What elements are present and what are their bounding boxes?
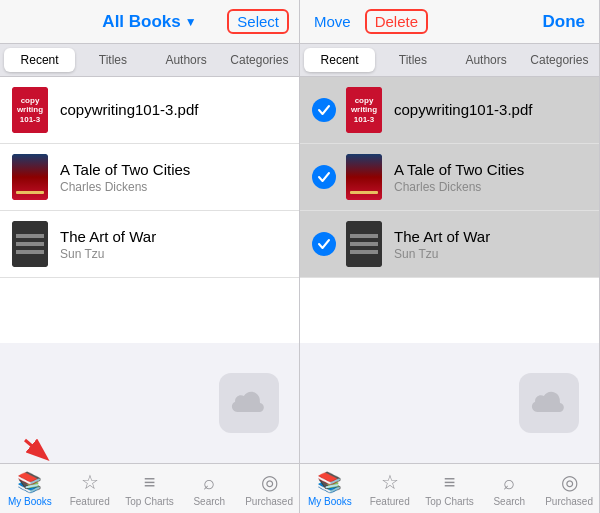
book-info-pdf-left: copywriting101-3.pdf <box>60 101 287 120</box>
tab-bar-search-right[interactable]: ⌕ Search <box>479 471 539 507</box>
tab-categories-right[interactable]: Categories <box>524 48 595 72</box>
featured-label-right: Featured <box>370 496 410 507</box>
book-author-cities-left: Charles Dickens <box>60 180 287 194</box>
book-author-war-left: Sun Tzu <box>60 247 287 261</box>
dropdown-chevron-icon: ▼ <box>185 15 197 29</box>
search-label-left: Search <box>193 496 225 507</box>
right-panel: Move Delete Done Recent Titles Authors C… <box>300 0 600 513</box>
book-title-pdf-right: copywriting101-3.pdf <box>394 101 587 118</box>
book-cover-cities-right <box>346 154 382 200</box>
featured-icon-left: ☆ <box>81 470 99 494</box>
book-item-war-left[interactable]: The Art of War Sun Tzu <box>0 211 299 278</box>
left-tabs: Recent Titles Authors Categories <box>0 44 299 77</box>
tab-bar-featured-right[interactable]: ☆ Featured <box>360 470 420 507</box>
tab-bar-top-charts-right[interactable]: ≡ Top Charts <box>420 471 480 507</box>
tab-bar-featured-left[interactable]: ☆ Featured <box>60 470 120 507</box>
purchased-label-right: Purchased <box>545 496 593 507</box>
icloud-icon-left <box>219 373 279 433</box>
book-author-war-right: Sun Tzu <box>394 247 587 261</box>
book-item-cities-right[interactable]: A Tale of Two Cities Charles Dickens <box>300 144 599 211</box>
check-icon-pdf <box>317 103 331 117</box>
search-icon-right: ⌕ <box>503 471 515 494</box>
book-title-war-left: The Art of War <box>60 228 287 245</box>
book-title-war-right: The Art of War <box>394 228 587 245</box>
left-bottom-area: 📚 My Books ☆ Featured ≡ Top Charts ⌕ Sea… <box>0 463 299 513</box>
tab-recent-right[interactable]: Recent <box>304 48 375 72</box>
book-cover-war-left <box>12 221 48 267</box>
all-books-label: All Books <box>102 12 180 32</box>
book-cover-pdf-left: copywriting101-3 <box>12 87 48 133</box>
book-item-cities-left[interactable]: A Tale of Two Cities Charles Dickens <box>0 144 299 211</box>
book-title-cities-right: A Tale of Two Cities <box>394 161 587 178</box>
book-title-cities-left: A Tale of Two Cities <box>60 161 287 178</box>
red-arrow-icon <box>10 435 70 463</box>
tab-bar-my-books-left[interactable]: 📚 My Books <box>0 470 60 507</box>
tab-authors-right[interactable]: Authors <box>451 48 522 72</box>
tab-titles-left[interactable]: Titles <box>77 48 148 72</box>
my-books-icon-right: 📚 <box>317 470 342 494</box>
tab-bar-top-charts-left[interactable]: ≡ Top Charts <box>120 471 180 507</box>
right-book-list: copywriting101-3 copywriting101-3.pdf A … <box>300 77 599 343</box>
featured-icon-right: ☆ <box>381 470 399 494</box>
book-item-pdf-right[interactable]: copywriting101-3 copywriting101-3.pdf <box>300 77 599 144</box>
purchased-label-left: Purchased <box>245 496 293 507</box>
tab-bar-purchased-right[interactable]: ◎ Purchased <box>539 470 599 507</box>
left-panel: All Books ▼ Select Recent Titles Authors… <box>0 0 300 513</box>
book-cover-war-right <box>346 221 382 267</box>
book-cover-pdf-right: copywriting101-3 <box>346 87 382 133</box>
right-tabs: Recent Titles Authors Categories <box>300 44 599 77</box>
book-cover-cities-left <box>12 154 48 200</box>
purchased-icon-left: ◎ <box>261 470 278 494</box>
left-header: All Books ▼ Select <box>0 0 299 44</box>
check-icon-cities <box>317 170 331 184</box>
book-item-war-right[interactable]: The Art of War Sun Tzu <box>300 211 599 278</box>
my-books-label-right: My Books <box>308 496 352 507</box>
checkmark-cities-right <box>312 165 336 189</box>
tab-bar-search-left[interactable]: ⌕ Search <box>179 471 239 507</box>
check-icon-war <box>317 237 331 251</box>
my-books-icon-left: 📚 <box>17 470 42 494</box>
book-info-war-right: The Art of War Sun Tzu <box>394 228 587 261</box>
tab-bar-purchased-left[interactable]: ◎ Purchased <box>239 470 299 507</box>
book-info-pdf-right: copywriting101-3.pdf <box>394 101 587 120</box>
delete-button[interactable]: Delete <box>365 9 428 34</box>
right-header-left-actions: Move Delete <box>310 9 428 34</box>
move-button[interactable]: Move <box>310 9 355 34</box>
right-tab-bar: 📚 My Books ☆ Featured ≡ Top Charts ⌕ Sea… <box>300 463 599 513</box>
left-tab-bar: 📚 My Books ☆ Featured ≡ Top Charts ⌕ Sea… <box>0 463 299 513</box>
right-header: Move Delete Done <box>300 0 599 44</box>
book-info-cities-right: A Tale of Two Cities Charles Dickens <box>394 161 587 194</box>
top-charts-label-right: Top Charts <box>425 496 473 507</box>
checkmark-war-right <box>312 232 336 256</box>
top-charts-icon-right: ≡ <box>444 471 456 494</box>
search-icon-left: ⌕ <box>203 471 215 494</box>
cloud-svg-right <box>531 385 567 421</box>
done-button[interactable]: Done <box>539 8 590 36</box>
book-info-war-left: The Art of War Sun Tzu <box>60 228 287 261</box>
right-bottom-area: 📚 My Books ☆ Featured ≡ Top Charts ⌕ Sea… <box>300 463 599 513</box>
tab-categories-left[interactable]: Categories <box>224 48 295 72</box>
tab-authors-left[interactable]: Authors <box>151 48 222 72</box>
featured-label-left: Featured <box>70 496 110 507</box>
tab-bar-my-books-right[interactable]: 📚 My Books <box>300 470 360 507</box>
left-book-list: copywriting101-3 copywriting101-3.pdf A … <box>0 77 299 343</box>
book-author-cities-right: Charles Dickens <box>394 180 587 194</box>
book-info-cities-left: A Tale of Two Cities Charles Dickens <box>60 161 287 194</box>
checkmark-pdf-right <box>312 98 336 122</box>
left-header-title[interactable]: All Books ▼ <box>102 12 196 32</box>
book-title-pdf-left: copywriting101-3.pdf <box>60 101 287 118</box>
top-charts-label-left: Top Charts <box>125 496 173 507</box>
book-item-pdf-left[interactable]: copywriting101-3 copywriting101-3.pdf <box>0 77 299 144</box>
icloud-icon-right <box>519 373 579 433</box>
my-books-label-left: My Books <box>8 496 52 507</box>
right-placeholder-area <box>300 343 599 463</box>
tab-recent-left[interactable]: Recent <box>4 48 75 72</box>
cloud-svg-left <box>231 385 267 421</box>
purchased-icon-right: ◎ <box>561 470 578 494</box>
svg-line-1 <box>25 440 45 457</box>
select-button[interactable]: Select <box>227 9 289 34</box>
tab-titles-right[interactable]: Titles <box>377 48 448 72</box>
search-label-right: Search <box>493 496 525 507</box>
top-charts-icon-left: ≡ <box>144 471 156 494</box>
